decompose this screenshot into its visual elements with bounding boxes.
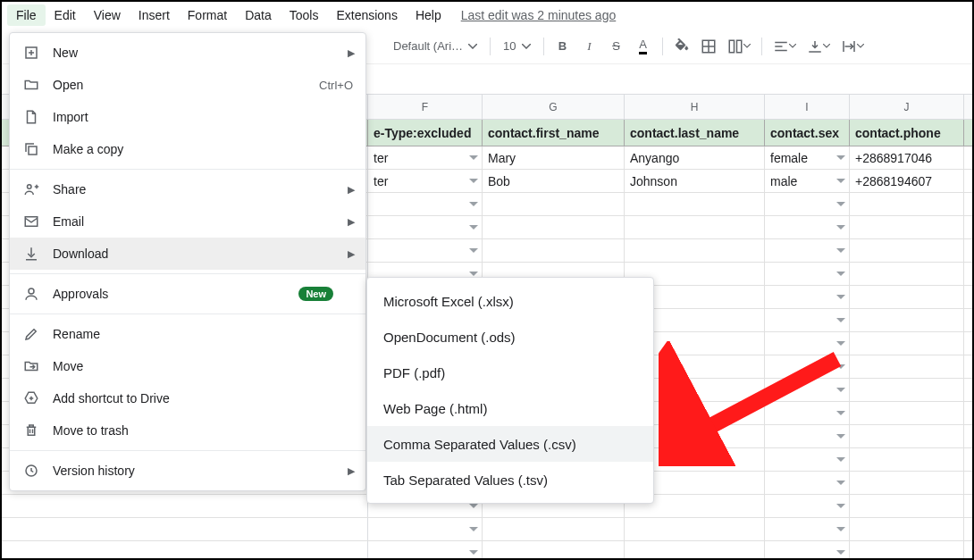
- header-cell[interactable]: contact.phone: [850, 120, 964, 146]
- download-xlsx[interactable]: Microsoft Excel (.xlsx): [367, 283, 653, 319]
- borders-button[interactable]: [697, 34, 720, 59]
- cell[interactable]: [765, 518, 850, 540]
- cell[interactable]: [625, 193, 765, 215]
- italic-button[interactable]: I: [578, 34, 601, 59]
- cell[interactable]: [483, 216, 625, 238]
- cell[interactable]: [850, 216, 964, 238]
- dropdown-caret-icon[interactable]: [836, 179, 845, 184]
- dropdown-caret-icon[interactable]: [836, 504, 845, 509]
- download-tsv[interactable]: Tab Separated Values (.tsv): [367, 462, 653, 497]
- cell[interactable]: [483, 518, 625, 540]
- cell[interactable]: [368, 518, 483, 540]
- last-edit-status[interactable]: Last edit was 2 minutes ago: [461, 8, 617, 22]
- cell[interactable]: Bob: [483, 170, 625, 192]
- cell[interactable]: [850, 239, 964, 262]
- cell[interactable]: Mary: [483, 146, 625, 169]
- menu-view[interactable]: View: [85, 4, 130, 26]
- cell[interactable]: [850, 448, 964, 471]
- cell[interactable]: [765, 448, 850, 471]
- dropdown-caret-icon[interactable]: [469, 527, 478, 532]
- cell[interactable]: [850, 402, 964, 424]
- cell[interactable]: [765, 239, 850, 262]
- dropdown-caret-icon[interactable]: [836, 481, 845, 486]
- cell[interactable]: [850, 309, 964, 331]
- vertical-align-button[interactable]: [803, 34, 834, 59]
- menu-item-add-shortcut[interactable]: Add shortcut to Drive: [10, 382, 365, 414]
- cell[interactable]: female: [765, 146, 850, 169]
- cell[interactable]: [765, 332, 850, 355]
- cell[interactable]: [483, 193, 625, 215]
- col-header-h[interactable]: H: [625, 95, 765, 119]
- col-header-f[interactable]: F: [368, 95, 483, 119]
- cell[interactable]: [765, 193, 850, 215]
- cell[interactable]: male: [765, 170, 850, 192]
- download-ods[interactable]: OpenDocument (.ods): [367, 319, 653, 355]
- cell[interactable]: +2868917046: [850, 146, 964, 169]
- cell[interactable]: [850, 332, 964, 355]
- cell[interactable]: [368, 193, 483, 215]
- cell[interactable]: [850, 379, 964, 401]
- dropdown-caret-icon[interactable]: [836, 527, 845, 532]
- cell[interactable]: [850, 193, 964, 215]
- menu-item-new[interactable]: New ▶: [10, 37, 365, 69]
- cell[interactable]: [625, 239, 765, 262]
- cell[interactable]: [483, 541, 625, 558]
- bold-button[interactable]: B: [551, 34, 575, 59]
- cell[interactable]: [368, 216, 483, 238]
- cell[interactable]: [765, 495, 850, 517]
- menu-item-email[interactable]: Email ▶: [10, 205, 365, 238]
- cell[interactable]: [765, 472, 850, 494]
- menu-tools[interactable]: Tools: [281, 4, 328, 26]
- horizontal-align-button[interactable]: [769, 34, 800, 59]
- dropdown-caret-icon[interactable]: [836, 225, 845, 230]
- cell[interactable]: [765, 402, 850, 424]
- header-cell[interactable]: e-Type:excluded: [368, 120, 483, 146]
- cell[interactable]: [765, 286, 850, 308]
- dropdown-caret-icon[interactable]: [469, 272, 478, 277]
- cell[interactable]: [850, 286, 964, 308]
- dropdown-caret-icon[interactable]: [469, 155, 478, 161]
- dropdown-caret-icon[interactable]: [469, 225, 478, 230]
- menu-file[interactable]: File: [7, 4, 46, 26]
- dropdown-caret-icon[interactable]: [836, 364, 845, 370]
- cell[interactable]: Johnson: [625, 170, 765, 192]
- dropdown-caret-icon[interactable]: [836, 411, 845, 416]
- dropdown-caret-icon[interactable]: [836, 272, 845, 277]
- menu-help[interactable]: Help: [407, 4, 450, 26]
- dropdown-caret-icon[interactable]: [469, 179, 478, 184]
- strikethrough-button[interactable]: S: [605, 34, 628, 59]
- cell[interactable]: [850, 518, 964, 540]
- text-color-button[interactable]: A: [632, 34, 655, 59]
- header-cell[interactable]: contact.last_name: [625, 120, 765, 146]
- dropdown-caret-icon[interactable]: [836, 434, 845, 439]
- dropdown-caret-icon[interactable]: [469, 248, 478, 254]
- download-pdf[interactable]: PDF (.pdf): [367, 355, 653, 390]
- menu-format[interactable]: Format: [179, 4, 236, 26]
- menu-data[interactable]: Data: [236, 4, 281, 26]
- cell[interactable]: [765, 263, 850, 285]
- dropdown-caret-icon[interactable]: [836, 457, 845, 463]
- cell[interactable]: [765, 216, 850, 238]
- cell[interactable]: [765, 425, 850, 447]
- menu-item-make-copy[interactable]: Make a copy: [10, 133, 365, 165]
- menu-insert[interactable]: Insert: [130, 4, 179, 26]
- cell[interactable]: [850, 425, 964, 447]
- cell[interactable]: [368, 541, 483, 558]
- menu-item-rename[interactable]: Rename: [10, 318, 365, 350]
- cell[interactable]: [483, 239, 625, 262]
- col-header-j[interactable]: J: [850, 95, 964, 119]
- download-csv[interactable]: Comma Separated Values (.csv): [367, 426, 653, 462]
- cell[interactable]: [850, 541, 964, 558]
- cell[interactable]: [850, 472, 964, 494]
- menu-item-share[interactable]: Share ▶: [10, 173, 365, 205]
- menu-edit[interactable]: Edit: [46, 4, 85, 26]
- dropdown-caret-icon[interactable]: [836, 318, 845, 323]
- font-family-selector[interactable]: Default (Ari…: [388, 39, 483, 53]
- cell[interactable]: [368, 239, 483, 262]
- dropdown-caret-icon[interactable]: [836, 388, 845, 393]
- header-cell[interactable]: contact.first_name: [483, 120, 625, 146]
- cell[interactable]: [850, 263, 964, 285]
- cell[interactable]: Anyango: [625, 146, 765, 169]
- cell[interactable]: [625, 216, 765, 238]
- dropdown-caret-icon[interactable]: [836, 248, 845, 254]
